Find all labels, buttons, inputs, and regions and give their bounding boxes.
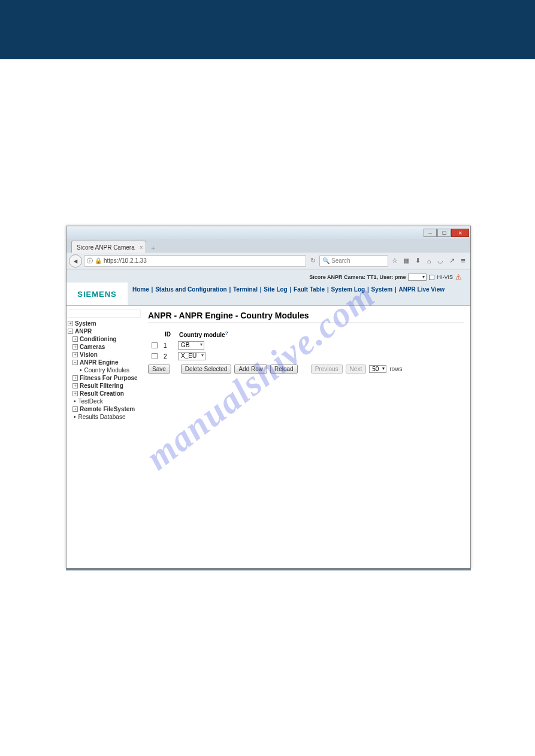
tree-node-results-database[interactable]: •Results Database: [68, 413, 141, 421]
tree-label: TestDeck: [78, 398, 103, 405]
app-header: Sicore ANPR Camera: TT1, User: pme HI-VI…: [67, 269, 470, 306]
nav-liveview[interactable]: ANPR Live View: [398, 286, 445, 293]
add-row-button[interactable]: Add Row: [234, 365, 267, 374]
expand-icon[interactable]: +: [72, 406, 78, 412]
tree-node-country-modules[interactable]: •Country Modules: [68, 366, 141, 374]
download-icon[interactable]: ⬇: [413, 256, 422, 266]
col-id: ID: [161, 329, 174, 339]
search-input[interactable]: 🔍 Search: [319, 255, 388, 267]
home-icon[interactable]: ⌂: [424, 256, 434, 266]
tree-label: Result Creation: [80, 390, 124, 397]
row-checkbox[interactable]: [152, 342, 158, 348]
nav-sitelog[interactable]: Site Log: [264, 286, 287, 293]
whitespace: [0, 59, 535, 226]
tab-close-icon[interactable]: ×: [140, 244, 143, 251]
tree-label: System: [75, 320, 96, 327]
expand-icon[interactable]: +: [72, 336, 78, 342]
divider: [148, 323, 464, 323]
hivis-checkbox[interactable]: [429, 275, 434, 280]
bullet-icon: •: [74, 398, 76, 405]
delete-selected-button[interactable]: Delete Selected: [181, 365, 232, 374]
camera-select[interactable]: [408, 274, 427, 281]
expand-icon[interactable]: −: [68, 329, 73, 334]
expand-icon[interactable]: −: [72, 360, 78, 365]
tree-node-result-filtering[interactable]: +Result Filtering: [68, 382, 141, 390]
lock-warning-icon: 🔒: [95, 257, 102, 264]
country-modules-table: ID Country module? 1GB2X_EU: [148, 328, 233, 362]
sidebar-tree: +System−ANPR+Conditioning+Cameras+Vision…: [67, 306, 142, 568]
warning-icon[interactable]: ⚠: [455, 273, 462, 281]
search-icon: 🔍: [322, 257, 330, 264]
back-button[interactable]: ◄: [69, 254, 82, 268]
tree-node-anpr[interactable]: −ANPR: [68, 327, 141, 335]
expand-icon[interactable]: +: [72, 344, 78, 350]
help-icon[interactable]: ?: [225, 330, 228, 336]
nav-faulttable[interactable]: Fault Table: [294, 286, 325, 293]
top-nav: Home | Status and Configuration | Termin…: [128, 283, 466, 296]
rows-per-page-select[interactable]: 50: [369, 365, 386, 373]
expand-icon[interactable]: +: [72, 383, 78, 388]
browser-tab[interactable]: Sicore ANPR Camera ×: [71, 241, 146, 253]
window-titlebar: ─ ☐ ✕: [67, 226, 470, 239]
tree-label: Remote FileSystem: [80, 406, 135, 412]
info-icon: ⓘ: [87, 257, 93, 265]
app-body: +System−ANPR+Conditioning+Cameras+Vision…: [67, 306, 470, 568]
tree-node-system[interactable]: +System: [68, 320, 141, 327]
cell-id: 1: [161, 341, 174, 350]
tree-label: Fitness For Purpose: [80, 375, 138, 381]
col-module: Country module?: [176, 329, 232, 339]
rows-label: rows: [389, 366, 402, 372]
expand-icon[interactable]: +: [72, 375, 78, 381]
nav-system[interactable]: System: [371, 286, 393, 293]
reload-icon[interactable]: ↻: [308, 257, 318, 265]
hivis-label: HI-VIS: [437, 274, 453, 280]
next-button[interactable]: Next: [346, 365, 367, 374]
tree-node-vision[interactable]: +Vision: [68, 351, 141, 359]
tree-node-fitness-for-purpose[interactable]: +Fitness For Purpose: [68, 374, 141, 382]
country-module-select[interactable]: X_EU: [178, 352, 205, 360]
sidebar-search-box[interactable]: [68, 309, 141, 318]
tree-label: ANPR Engine: [80, 359, 118, 366]
url-text: https://10.2.1.33: [104, 257, 147, 264]
bullet-icon: •: [80, 367, 82, 374]
expand-icon[interactable]: +: [68, 321, 73, 326]
new-tab-button[interactable]: +: [147, 244, 159, 253]
row-checkbox[interactable]: [152, 353, 158, 359]
tree-node-testdeck[interactable]: •TestDeck: [68, 397, 141, 405]
expand-icon[interactable]: +: [72, 391, 78, 396]
tree-node-anpr-engine[interactable]: −ANPR Engine: [68, 359, 141, 366]
reload-button[interactable]: Reload: [270, 365, 298, 374]
status-text: Sicore ANPR Camera: TT1, User: pme: [309, 274, 406, 280]
pin-icon[interactable]: ↗: [447, 256, 457, 266]
whitespace: [0, 570, 535, 756]
tree-node-remote-filesystem[interactable]: +Remote FileSystem: [68, 405, 141, 413]
window-minimize-button[interactable]: ─: [424, 229, 437, 237]
save-button[interactable]: Save: [148, 365, 170, 374]
window-maximize-button[interactable]: ☐: [437, 229, 451, 237]
bookmark-star-icon[interactable]: ☆: [390, 256, 400, 266]
previous-button[interactable]: Previous: [311, 365, 343, 374]
window-close-button[interactable]: ✕: [451, 229, 469, 237]
tab-title: Sicore ANPR Camera: [77, 244, 135, 251]
expand-icon[interactable]: +: [72, 352, 78, 357]
nav-systemlog[interactable]: System Log: [331, 286, 365, 293]
nav-home[interactable]: Home: [132, 286, 149, 293]
tree-node-cameras[interactable]: +Cameras: [68, 343, 141, 351]
bullet-icon: •: [74, 414, 76, 420]
tree-label: Vision: [80, 351, 98, 358]
tree-label: Result Filtering: [80, 382, 123, 389]
content-area: ANPR - ANPR Engine - Country Modules ID …: [142, 306, 470, 568]
country-module-select[interactable]: GB: [178, 341, 204, 350]
tree-label: ANPR: [75, 328, 92, 335]
url-input[interactable]: ⓘ 🔒 https://10.2.1.33: [84, 255, 306, 267]
tree-node-conditioning[interactable]: +Conditioning: [68, 335, 141, 343]
nav-status[interactable]: Status and Configuration: [155, 286, 226, 293]
nav-terminal[interactable]: Terminal: [233, 286, 258, 293]
tree-node-result-creation[interactable]: +Result Creation: [68, 390, 141, 397]
pocket-icon[interactable]: ◡: [436, 256, 445, 266]
page-title: ANPR - ANPR Engine - Country Modules: [148, 311, 464, 320]
library-icon[interactable]: ▦: [401, 256, 411, 266]
browser-toolbar: ◄ ⓘ 🔒 https://10.2.1.33 ↻ 🔍 Search ☆ ▦ ⬇…: [67, 253, 470, 269]
hamburger-menu-icon[interactable]: ≡: [458, 256, 468, 266]
tree-label: Results Database: [78, 414, 126, 420]
